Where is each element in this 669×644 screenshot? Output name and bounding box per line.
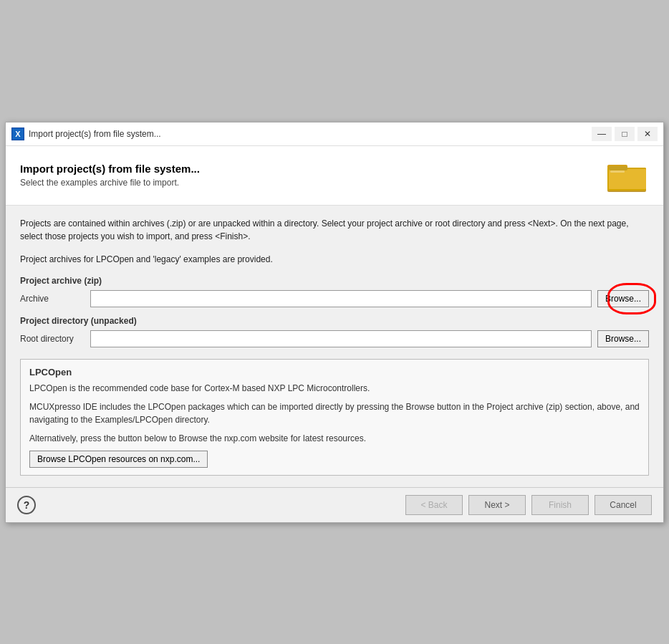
browse-archive-button[interactable]: Browse... <box>597 290 649 307</box>
back-button[interactable]: < Back <box>405 495 463 515</box>
dialog-content: Projects are contained within archives (… <box>6 206 663 487</box>
archive-section-label: Project archive (zip) <box>20 276 649 286</box>
root-dir-input[interactable] <box>90 330 592 347</box>
close-button[interactable]: ✕ <box>637 127 658 141</box>
folder-icon <box>606 158 649 193</box>
lpcopen-box: LPCOpen LPCOpen is the recommended code … <box>20 359 649 476</box>
cancel-button[interactable]: Cancel <box>595 495 652 515</box>
svg-rect-5 <box>610 170 625 173</box>
browse-nxp-button[interactable]: Browse LPCOpen resources on nxp.com... <box>29 451 208 468</box>
directory-section-label: Project directory (unpacked) <box>20 316 649 326</box>
svg-rect-4 <box>609 166 627 170</box>
main-window: X Import project(s) from file system... … <box>5 122 664 523</box>
dialog-header: Import project(s) from file system... Se… <box>6 146 663 206</box>
header-text-block: Import project(s) from file system... Se… <box>20 163 200 188</box>
archive-label: Archive <box>20 294 85 304</box>
browse-archive-wrapper: Browse... <box>597 290 649 307</box>
titlebar: X Import project(s) from file system... … <box>6 122 663 146</box>
description-text: Projects are contained within archives (… <box>20 217 649 243</box>
lpcopen-para3: Alternatively, press the button below to… <box>29 432 640 445</box>
maximize-button[interactable]: □ <box>615 127 635 141</box>
archive-form-row: Archive Browse... <box>20 290 649 307</box>
lpcopen-para2: MCUXpresso IDE includes the LPCOpen pack… <box>29 400 640 426</box>
directory-section: Project directory (unpacked) Root direct… <box>20 316 649 347</box>
lpcopen-title: LPCOpen <box>29 367 640 378</box>
archive-input[interactable] <box>90 290 592 307</box>
lpcopen-notice: Project archives for LPCOpen and 'legacy… <box>20 253 649 266</box>
directory-form-row: Root directory Browse... <box>20 330 649 347</box>
browse-directory-button[interactable]: Browse... <box>597 330 649 347</box>
dialog-subtitle: Select the examples archive file to impo… <box>20 178 200 188</box>
root-dir-label: Root directory <box>20 334 85 344</box>
minimize-button[interactable]: — <box>592 127 612 141</box>
next-button[interactable]: Next > <box>468 495 526 515</box>
window-title: Import project(s) from file system... <box>29 129 587 139</box>
dialog-title: Import project(s) from file system... <box>20 163 200 175</box>
help-button[interactable]: ? <box>17 496 36 514</box>
window-icon: X <box>11 128 24 140</box>
archive-section: Project archive (zip) Archive Browse... <box>20 276 649 307</box>
finish-button[interactable]: Finish <box>531 495 589 515</box>
dialog-footer: ? < Back Next > Finish Cancel <box>6 487 663 522</box>
lpcopen-para1: LPCOpen is the recommended code base for… <box>29 382 640 395</box>
window-controls: — □ ✕ <box>592 127 658 141</box>
